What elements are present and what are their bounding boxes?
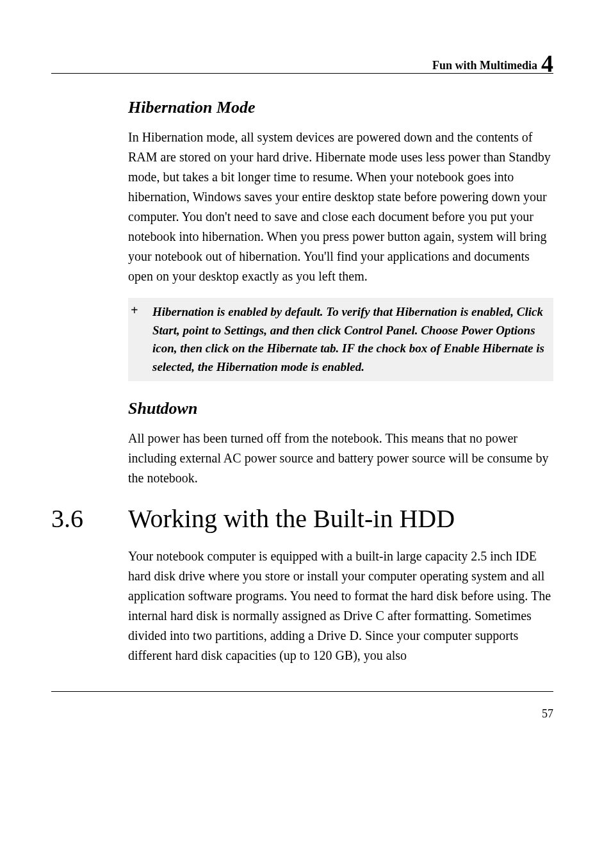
note-bold-1: Settings, <box>224 323 267 337</box>
paragraph-hibernation: In Hibernation mode, all system devices … <box>128 127 553 286</box>
note-callout: + Hibernation is enabled by default. To … <box>128 298 553 381</box>
subheading-hibernation: Hibernation Mode <box>128 98 553 117</box>
section-title: Working with the Built-in HDD <box>128 504 455 534</box>
note-bold-3: Power Options <box>461 323 535 337</box>
header-chapter-number: 4 <box>541 54 553 73</box>
note-text: Hibernation is enabled by default. To ve… <box>152 303 552 376</box>
subheading-shutdown: Shutdown <box>128 399 553 418</box>
paragraph-shutdown: All power has been turned off from the n… <box>128 429 553 488</box>
section-number: 3.6 <box>51 504 128 534</box>
page-number: 57 <box>542 707 553 720</box>
note-seg-2: and then click <box>267 323 344 337</box>
page-footer: 57 <box>51 691 553 721</box>
header-chapter-title: Fun with Multimedia <box>432 59 537 72</box>
note-marker-icon: + <box>129 303 152 318</box>
paragraph-hdd: Your notebook computer is equipped with … <box>128 546 553 666</box>
content-block-1: Hibernation Mode In Hibernation mode, al… <box>128 98 553 488</box>
section-heading-row: 3.6 Working with the Built-in HDD <box>51 504 553 534</box>
content-block-2: Your notebook computer is equipped with … <box>128 546 553 666</box>
note-seg-3: Choose <box>418 323 461 337</box>
page-header: Fun with Multimedia 4 <box>51 51 553 74</box>
note-seg-4: icon, then click on the <box>152 341 266 355</box>
note-bold-2: Control Panel. <box>344 323 418 337</box>
note-bold-4: Hibernate tab. <box>266 341 339 355</box>
page: Fun with Multimedia 4 Hibernation Mode I… <box>0 0 611 759</box>
note-row: + Hibernation is enabled by default. To … <box>129 303 552 376</box>
